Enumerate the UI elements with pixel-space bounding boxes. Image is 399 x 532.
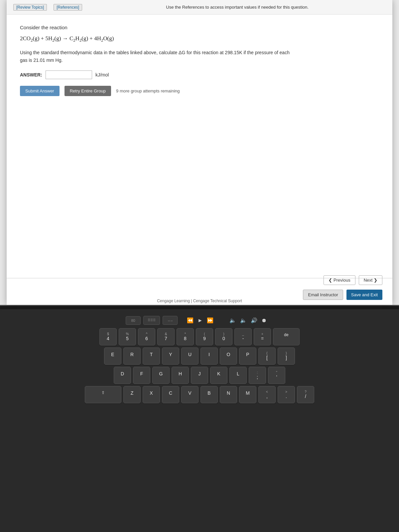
next-button[interactable]: Next ❯ bbox=[359, 275, 382, 285]
previous-button[interactable]: ❮ Previous bbox=[324, 275, 355, 285]
nav-bar: ❮ Previous Next ❯ bbox=[324, 275, 382, 285]
chevron-right-icon: ❯ bbox=[374, 278, 377, 283]
key-percent-5[interactable]: % 5 bbox=[119, 328, 136, 345]
laptop-screen: [Review Topics] [References] Use the Ref… bbox=[0, 0, 399, 306]
key-x[interactable]: X bbox=[143, 386, 160, 403]
key-i[interactable]: I bbox=[200, 347, 218, 365]
key-d[interactable]: D bbox=[114, 367, 131, 384]
key-b[interactable]: B bbox=[200, 386, 218, 403]
volume-up-icon[interactable]: 🔊 bbox=[251, 317, 257, 324]
key-dollar-4[interactable]: $ 4 bbox=[99, 328, 117, 345]
previous-label: Previous bbox=[333, 278, 350, 283]
record-icon[interactable]: ⏺ bbox=[261, 318, 267, 324]
submit-button[interactable]: Submit Answer bbox=[20, 86, 60, 96]
key-p[interactable]: P bbox=[239, 347, 256, 365]
key-e[interactable]: E bbox=[104, 347, 121, 365]
key-o[interactable]: O bbox=[220, 347, 237, 365]
key-l[interactable]: L bbox=[229, 367, 247, 384]
key-amp-7[interactable]: & 7 bbox=[157, 328, 175, 345]
key-n[interactable]: N bbox=[220, 386, 237, 403]
next-label: Next bbox=[364, 278, 373, 283]
reaction-equation: 2CO2(g) + 5H2(g) → C2H2(g) + 4H2O(g) bbox=[20, 35, 379, 43]
key-lt[interactable]: < , bbox=[258, 386, 276, 403]
key-h[interactable]: H bbox=[172, 367, 189, 384]
key-r[interactable]: R bbox=[123, 347, 141, 365]
key-underscore-minus[interactable]: _ - bbox=[234, 328, 252, 345]
question-description: Using the standard thermodynamic data in… bbox=[20, 49, 379, 64]
answer-unit: kJ/mol bbox=[95, 72, 109, 77]
top-bar: [Review Topics] [References] Use the Ref… bbox=[7, 0, 392, 15]
key-star-8[interactable]: * 8 bbox=[177, 328, 194, 345]
review-topics-link[interactable]: [Review Topics] bbox=[13, 4, 47, 11]
key-gt[interactable]: > . bbox=[278, 386, 295, 403]
attempts-text: 9 more group attempts remaining bbox=[116, 88, 180, 93]
fn-key-dots[interactable]: ⠤⠤ bbox=[163, 316, 178, 325]
key-rparen-0[interactable]: ) 0 bbox=[215, 328, 232, 345]
key-plus-equals[interactable]: + = bbox=[254, 328, 271, 345]
key-quote[interactable]: " ' bbox=[268, 367, 285, 384]
retry-button[interactable]: Retry Entire Group bbox=[65, 86, 111, 96]
key-k[interactable]: K bbox=[210, 367, 227, 384]
play-icon[interactable]: ► bbox=[198, 318, 203, 324]
key-question[interactable]: ? / bbox=[297, 386, 314, 403]
key-t[interactable]: T bbox=[143, 347, 160, 365]
key-j[interactable]: J bbox=[191, 367, 208, 384]
top-instruction: Use the References to access important v… bbox=[89, 3, 386, 12]
footer-text: Cengage Learning | Cengage Technical Sup… bbox=[157, 299, 242, 303]
key-y[interactable]: Y bbox=[162, 347, 179, 365]
fast-forward-icon[interactable]: ⏩ bbox=[207, 317, 213, 324]
main-content: Consider the reaction 2CO2(g) + 5H2(g) →… bbox=[7, 15, 392, 116]
answer-input[interactable] bbox=[46, 70, 92, 79]
qwerty-row: E R T Y U I O P { [ } ] bbox=[10, 347, 389, 365]
key-rbrace[interactable]: } ] bbox=[278, 347, 295, 365]
asdf-row: D F G H J K L : ; " ' bbox=[10, 367, 389, 384]
key-z[interactable]: Z bbox=[123, 386, 141, 403]
key-caret-6[interactable]: ^ 6 bbox=[138, 328, 155, 345]
mute-icon[interactable]: 🔈 bbox=[229, 317, 236, 324]
volume-icons: 🔈 🔈 🔊 ⏺ bbox=[229, 317, 267, 324]
key-lparen-9[interactable]: ( 9 bbox=[196, 328, 213, 345]
media-icons: ⏪ ► ⏩ bbox=[187, 317, 213, 324]
key-delete[interactable]: de bbox=[273, 328, 300, 345]
answer-row: ANSWER: kJ/mol bbox=[20, 70, 379, 79]
keyboard-top-row: 80 ⠿⠿⠿ ⠤⠤ ⏪ ► ⏩ 🔈 🔈 🔊 ⏺ bbox=[10, 316, 389, 325]
bottom-row: ⇧ Z X C V B N M < , > . ? / bbox=[10, 386, 389, 403]
key-lbrace[interactable]: { [ bbox=[258, 347, 276, 365]
email-instructor-button[interactable]: Email Instructor bbox=[303, 290, 343, 300]
key-colon[interactable]: : ; bbox=[249, 367, 266, 384]
rewind-icon[interactable]: ⏪ bbox=[187, 317, 194, 324]
key-g[interactable]: G bbox=[152, 367, 170, 384]
key-shift-left[interactable]: ⇧ bbox=[85, 386, 121, 403]
answer-label: ANSWER: bbox=[20, 72, 42, 77]
fn-key-80[interactable]: 80 bbox=[126, 316, 141, 325]
number-row: $ 4 % 5 ^ 6 & 7 * 8 ( 9 ) 0 _ - bbox=[10, 328, 389, 345]
key-c[interactable]: C bbox=[162, 386, 179, 403]
volume-down-icon[interactable]: 🔈 bbox=[240, 317, 247, 324]
keyboard-area: 80 ⠿⠿⠿ ⠤⠤ ⏪ ► ⏩ 🔈 🔈 🔊 ⏺ $ 4 % 5 ^ 6 & bbox=[0, 309, 399, 532]
key-v[interactable]: V bbox=[181, 386, 199, 403]
button-row: Submit Answer Retry Entire Group 9 more … bbox=[20, 86, 379, 96]
save-exit-button[interactable]: Save and Exit bbox=[346, 290, 382, 300]
screen-content: [Review Topics] [References] Use the Ref… bbox=[7, 0, 392, 305]
bottom-action-bar: Email Instructor Save and Exit bbox=[303, 290, 382, 300]
key-f[interactable]: F bbox=[133, 367, 150, 384]
key-m[interactable]: M bbox=[239, 386, 256, 403]
chevron-left-icon: ❮ bbox=[329, 278, 332, 283]
key-u[interactable]: U bbox=[181, 347, 199, 365]
references-link[interactable]: [References] bbox=[54, 4, 82, 11]
fn-key-grid[interactable]: ⠿⠿⠿ bbox=[143, 316, 160, 325]
consider-text: Consider the reaction bbox=[20, 25, 379, 30]
